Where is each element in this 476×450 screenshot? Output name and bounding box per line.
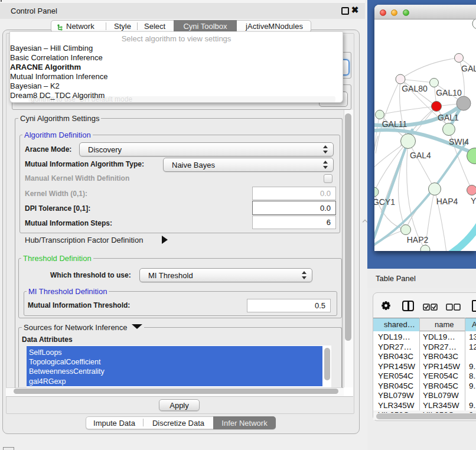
svg-text:HAP4: HAP4	[436, 197, 458, 206]
svg-text:GAL80: GAL80	[402, 84, 428, 93]
svg-text:SWI4: SWI4	[449, 137, 469, 146]
svg-text:GAL1: GAL1	[438, 113, 459, 122]
svg-text:HAP2: HAP2	[407, 235, 429, 244]
svg-text:GCY1: GCY1	[374, 197, 395, 207]
svg-text:GAL11: GAL11	[382, 119, 407, 129]
svg-text:GAL2: GAL2	[461, 64, 476, 73]
svg-text:GAL10: GAL10	[436, 88, 462, 97]
svg-text:Y: Y	[471, 196, 476, 206]
svg-text:GAL4: GAL4	[410, 151, 431, 160]
